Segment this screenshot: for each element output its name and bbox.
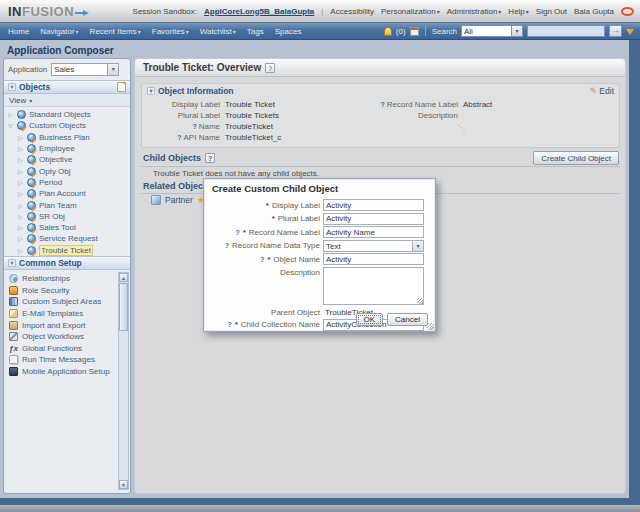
sidebar-item-email-templates[interactable]: E-Mail Templates [4, 308, 130, 320]
objects-panel-header[interactable]: ▾ Objects [4, 80, 130, 94]
application-select[interactable]: Sales ▾ [51, 63, 119, 76]
tree-collapsed-icon[interactable]: ▷ [18, 145, 24, 152]
tree-item-plan-account[interactable]: ▷ Plan Account [4, 188, 130, 199]
nav-tags[interactable]: Tags [247, 27, 264, 36]
collapse-chevron-icon[interactable]: ▾ [147, 87, 155, 95]
administration-menu[interactable]: Administration▾ [447, 7, 502, 16]
personalization-menu[interactable]: Personalization▾ [381, 7, 440, 16]
collapse-chevron-icon[interactable]: ▾ [8, 259, 16, 267]
cancel-button[interactable]: Cancel [387, 313, 428, 326]
search-scope-select[interactable]: All ▾ [461, 25, 523, 37]
record-name-label-input[interactable] [323, 226, 424, 238]
tree-collapsed-icon[interactable]: ▷ [18, 235, 24, 242]
tree-collapsed-icon[interactable]: ▷ [18, 156, 24, 163]
textarea-resize-grip[interactable] [417, 298, 423, 304]
collapse-chevron-icon[interactable]: ▾ [8, 83, 16, 91]
nav-favorites[interactable]: Favorites▾ [152, 27, 189, 36]
tree-collapsed-icon[interactable]: ▷ [18, 224, 24, 231]
tree-item-standard-objects[interactable]: ▷ Standard Objects [4, 109, 130, 120]
display-label-input[interactable] [323, 199, 424, 211]
help-icon[interactable]: ? [265, 63, 275, 73]
tree-item-business-plan[interactable]: ▷ Business Plan [4, 132, 130, 143]
sidebar-item-mobile-application-setup[interactable]: Mobile Application Setup [4, 366, 130, 378]
create-child-object-button[interactable]: Create Child Object [533, 151, 619, 165]
help-menu[interactable]: Help▾ [508, 7, 528, 16]
tree-collapsed-icon[interactable]: ▷ [8, 111, 14, 118]
nav-recent-items[interactable]: Recent Items▾ [90, 27, 141, 36]
scroll-down-icon[interactable]: ▼ [119, 480, 128, 489]
bottom-bar [0, 505, 640, 512]
accessibility-link[interactable]: Accessibility [330, 7, 374, 16]
help-icon[interactable]: ? [235, 229, 239, 236]
help-icon[interactable]: ? [260, 256, 264, 263]
tree-collapsed-icon[interactable]: ▷ [18, 179, 24, 186]
help-icon[interactable]: ? [177, 134, 181, 141]
sandbox-link[interactable]: ApplCoreLong5B_BalaGupta [204, 7, 314, 16]
plural-label-input[interactable] [323, 213, 424, 225]
new-note-icon[interactable] [117, 82, 126, 92]
nav-spaces[interactable]: Spaces [275, 27, 302, 36]
sidebar-item-relationships[interactable]: Relationships [4, 273, 130, 285]
ok-button[interactable]: OK [356, 313, 384, 326]
advanced-search-icon[interactable] [626, 29, 634, 35]
tree-expanded-icon[interactable]: ▽ [8, 122, 14, 129]
tree-item-trouble-ticket[interactable]: ▷ Trouble Ticket [4, 245, 130, 256]
view-menu[interactable]: View ▾ [4, 94, 130, 107]
sidebar-item-role-security[interactable]: Role Security [4, 284, 130, 296]
help-icon[interactable]: ? [381, 101, 385, 108]
nav-watchlist[interactable]: Watchlist▾ [200, 27, 236, 36]
tree-collapsed-icon[interactable]: ▷ [18, 202, 24, 209]
tree-item-employee[interactable]: ▷ Employee [4, 143, 130, 154]
field-plural-label: Plural Label Trouble Tickets [146, 110, 281, 121]
field-display-label: Display Label Trouble Ticket [146, 99, 281, 110]
sidebar-item-global-functions[interactable]: ƒxGlobal Functions [4, 342, 130, 354]
dialog-field-display-label: *Display Label [211, 199, 428, 211]
sidebar-item-import-export[interactable]: Import and Export [4, 319, 130, 331]
edit-link[interactable]: ✎ Edit [590, 86, 614, 96]
scroll-up-icon[interactable]: ▲ [119, 273, 128, 282]
tree-item-sr-obj[interactable]: ▷ SR Obj [4, 211, 130, 222]
search-go-button[interactable]: → [609, 25, 622, 37]
objects-tree: ▷ Standard Objects ▽ Custom Objects ▷ Bu… [4, 107, 130, 256]
dialog-resize-grip[interactable] [427, 323, 434, 330]
sidebar-item-custom-subject-areas[interactable]: Custom Subject Areas [4, 296, 130, 308]
record-name-data-type-select[interactable]: Text ▾ [323, 240, 424, 252]
sidebar-scrollbar[interactable]: ▲ ▼ [118, 272, 129, 490]
help-icon[interactable]: ? [192, 123, 196, 130]
calendar-icon[interactable] [410, 27, 419, 36]
help-icon[interactable]: ? [225, 242, 229, 249]
help-icon[interactable]: ? [205, 153, 215, 163]
search-input[interactable] [527, 25, 605, 37]
select-dropdown-icon[interactable]: ▾ [107, 64, 118, 75]
select-dropdown-icon[interactable]: ▾ [511, 26, 522, 36]
alerts-bell-icon[interactable] [384, 27, 392, 36]
tree-item-opty-obj[interactable]: ▷ Opty Obj [4, 165, 130, 176]
tree-collapsed-icon[interactable]: ▷ [18, 247, 24, 254]
tree-item-sales-tool[interactable]: ▷ Sales Tool [4, 222, 130, 233]
related-object-partner[interactable]: Partner ★ [151, 195, 205, 205]
tree-item-plan-team[interactable]: ▷ Plan Team [4, 199, 130, 210]
nav-home[interactable]: Home [8, 27, 29, 36]
required-icon: * [235, 320, 238, 329]
scrollbar-thumb[interactable] [119, 283, 128, 331]
dialog-body: *Display Label *Plural Label ?*Record Na… [204, 196, 435, 331]
tree-item-custom-objects[interactable]: ▽ Custom Objects [4, 120, 130, 131]
tree-item-objective[interactable]: ▷ Objective [4, 154, 130, 165]
common-setup-header[interactable]: ▾ Common Setup [4, 256, 130, 270]
tree-collapsed-icon[interactable]: ▷ [18, 168, 24, 175]
select-dropdown-icon[interactable]: ▾ [412, 241, 423, 251]
global-header: INFUSION Session Sandbox: ApplCoreLong5B… [0, 0, 640, 23]
nav-navigator[interactable]: Navigator▾ [40, 27, 78, 36]
tree-item-period[interactable]: ▷ Period [4, 177, 130, 188]
help-icon[interactable]: ? [227, 321, 231, 328]
tree-item-service-request[interactable]: ▷ Service Request [4, 233, 130, 244]
sidebar-item-object-workflows[interactable]: Object Workflows [4, 331, 130, 343]
tree-collapsed-icon[interactable]: ▷ [18, 134, 24, 141]
object-name-input[interactable] [323, 253, 424, 265]
tree-collapsed-icon[interactable]: ▷ [18, 190, 24, 197]
tree-collapsed-icon[interactable]: ▷ [18, 213, 24, 220]
description-textarea[interactable] [323, 267, 424, 305]
sign-out-link[interactable]: Sign Out [536, 7, 567, 16]
object-information-header: ▾ Object Information ✎ Edit [142, 84, 619, 96]
sidebar-item-run-time-messages[interactable]: Run Time Messages [4, 354, 130, 366]
